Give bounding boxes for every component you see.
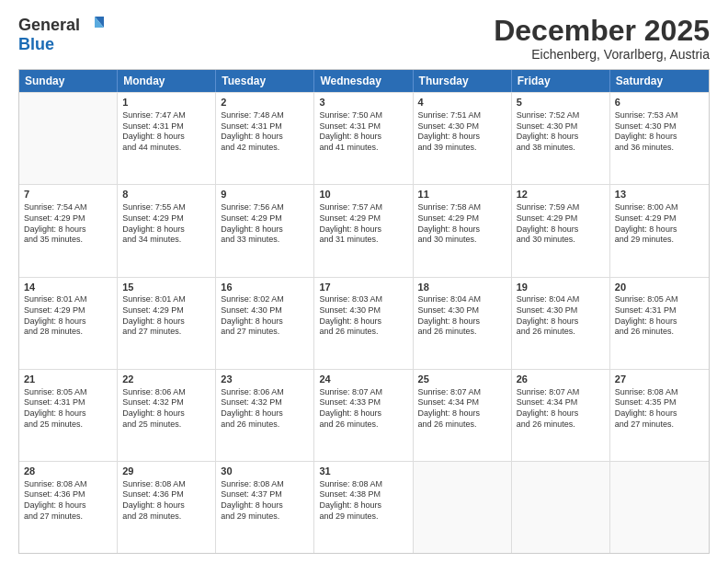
calendar-cell — [414, 462, 512, 553]
cell-info-line: Sunset: 4:30 PM — [418, 305, 506, 316]
day-number: 15 — [122, 281, 210, 294]
cell-info-line: Sunrise: 8:08 AM — [122, 479, 210, 490]
calendar-cell: 2Sunrise: 7:48 AMSunset: 4:31 PMDaylight… — [216, 93, 314, 184]
day-number: 30 — [221, 465, 309, 478]
calendar-cell: 5Sunrise: 7:52 AMSunset: 4:30 PMDaylight… — [512, 93, 610, 184]
cell-info-line: Sunset: 4:34 PM — [418, 397, 506, 408]
calendar-cell: 23Sunrise: 8:06 AMSunset: 4:32 PMDayligh… — [216, 370, 314, 461]
day-number: 5 — [517, 96, 605, 109]
cell-info-line: Sunrise: 8:04 AM — [418, 294, 506, 305]
calendar-cell: 16Sunrise: 8:02 AMSunset: 4:30 PMDayligh… — [216, 278, 314, 369]
calendar-cell: 6Sunrise: 7:53 AMSunset: 4:30 PMDaylight… — [610, 93, 709, 184]
calendar-week-row: 28Sunrise: 8:08 AMSunset: 4:36 PMDayligh… — [19, 461, 709, 553]
cell-info-line: Daylight: 8 hours — [319, 316, 407, 327]
cell-info-line: Daylight: 8 hours — [221, 408, 309, 419]
calendar-cell — [512, 462, 610, 553]
calendar-cell: 15Sunrise: 8:01 AMSunset: 4:29 PMDayligh… — [118, 278, 216, 369]
cell-info-line: Sunset: 4:32 PM — [122, 397, 210, 408]
day-number: 16 — [221, 281, 309, 294]
day-number: 29 — [122, 465, 210, 478]
day-number: 20 — [615, 281, 704, 294]
cell-info-line: Daylight: 8 hours — [122, 224, 210, 236]
calendar-cell: 30Sunrise: 8:08 AMSunset: 4:37 PMDayligh… — [216, 462, 314, 553]
cell-info-line: Sunrise: 8:07 AM — [319, 387, 407, 398]
cell-info-line: Daylight: 8 hours — [615, 408, 704, 419]
calendar-cell: 26Sunrise: 8:07 AMSunset: 4:34 PMDayligh… — [512, 370, 610, 461]
calendar-header-cell: Saturday — [610, 70, 709, 92]
cell-info-line: Sunset: 4:30 PM — [319, 305, 407, 316]
cell-info-line: Sunset: 4:32 PM — [221, 397, 309, 408]
calendar-cell: 12Sunrise: 7:59 AMSunset: 4:29 PMDayligh… — [512, 185, 610, 276]
calendar-header-cell: Tuesday — [216, 70, 314, 92]
day-number: 27 — [615, 373, 704, 386]
cell-info-line: and 26 minutes. — [319, 327, 407, 338]
cell-info-line: Sunset: 4:31 PM — [24, 397, 112, 408]
cell-info-line: Sunrise: 8:08 AM — [221, 479, 309, 490]
cell-info-line: and 26 minutes. — [418, 327, 506, 338]
cell-info-line: Sunrise: 8:01 AM — [122, 294, 210, 305]
cell-info-line: Daylight: 8 hours — [24, 316, 112, 327]
cell-info-line: Sunset: 4:30 PM — [517, 305, 605, 316]
cell-info-line: Daylight: 8 hours — [517, 316, 605, 327]
cell-info-line: Sunrise: 8:00 AM — [615, 202, 704, 213]
day-number: 23 — [221, 373, 309, 386]
cell-info-line: Sunrise: 7:53 AM — [615, 110, 704, 121]
cell-info-line: and 44 minutes. — [122, 143, 210, 154]
title-block: December 2025 Eichenberg, Vorarlberg, Au… — [494, 15, 710, 62]
cell-info-line: Daylight: 8 hours — [122, 408, 210, 419]
calendar-cell: 10Sunrise: 7:57 AMSunset: 4:29 PMDayligh… — [314, 185, 413, 276]
cell-info-line: Daylight: 8 hours — [221, 500, 309, 511]
cell-info-line: and 28 minutes. — [24, 327, 112, 338]
calendar-week-row: 1Sunrise: 7:47 AMSunset: 4:31 PMDaylight… — [19, 92, 709, 184]
calendar-cell: 18Sunrise: 8:04 AMSunset: 4:30 PMDayligh… — [414, 278, 512, 369]
calendar-cell: 3Sunrise: 7:50 AMSunset: 4:31 PMDaylight… — [314, 93, 413, 184]
cell-info-line: Daylight: 8 hours — [24, 500, 112, 511]
cell-info-line: Sunrise: 7:58 AM — [418, 202, 506, 213]
cell-info-line: Sunset: 4:31 PM — [122, 121, 210, 132]
cell-info-line: Daylight: 8 hours — [122, 500, 210, 511]
cell-info-line: and 27 minutes. — [24, 511, 112, 523]
cell-info-line: Daylight: 8 hours — [615, 132, 704, 143]
calendar-cell: 21Sunrise: 8:05 AMSunset: 4:31 PMDayligh… — [19, 370, 118, 461]
cell-info-line: Daylight: 8 hours — [221, 132, 309, 143]
month-title: December 2025 — [494, 15, 710, 47]
cell-info-line: Sunset: 4:35 PM — [615, 397, 704, 408]
day-number: 18 — [418, 281, 506, 294]
calendar-cell: 29Sunrise: 8:08 AMSunset: 4:36 PMDayligh… — [118, 462, 216, 553]
cell-info-line: and 26 minutes. — [418, 419, 506, 431]
logo-general-text: General — [18, 16, 80, 35]
cell-info-line: Sunrise: 8:02 AM — [221, 294, 309, 305]
day-number: 24 — [319, 373, 407, 386]
day-number: 21 — [24, 373, 112, 386]
cell-info-line: and 35 minutes. — [24, 235, 112, 246]
cell-info-line: and 27 minutes. — [221, 327, 309, 338]
cell-info-line: Sunset: 4:36 PM — [24, 489, 112, 500]
calendar-cell: 19Sunrise: 8:04 AMSunset: 4:30 PMDayligh… — [512, 278, 610, 369]
cell-info-line: Sunset: 4:31 PM — [221, 121, 309, 132]
cell-info-line: Sunset: 4:29 PM — [615, 213, 704, 224]
day-number: 8 — [122, 188, 210, 201]
calendar-cell: 22Sunrise: 8:06 AMSunset: 4:32 PMDayligh… — [118, 370, 216, 461]
cell-info-line: Daylight: 8 hours — [319, 224, 407, 236]
cell-info-line: Sunrise: 8:08 AM — [615, 387, 704, 398]
cell-info-line: Sunset: 4:29 PM — [319, 213, 407, 224]
day-number: 13 — [615, 188, 704, 201]
cell-info-line: Daylight: 8 hours — [615, 224, 704, 236]
cell-info-line: Sunrise: 7:50 AM — [319, 110, 407, 121]
day-number: 28 — [24, 465, 112, 478]
cell-info-line: and 41 minutes. — [319, 143, 407, 154]
cell-info-line: Sunrise: 8:07 AM — [517, 387, 605, 398]
cell-info-line: Sunrise: 8:03 AM — [319, 294, 407, 305]
cell-info-line: Sunset: 4:29 PM — [221, 213, 309, 224]
day-number: 4 — [418, 96, 506, 109]
cell-info-line: Sunrise: 7:52 AM — [517, 110, 605, 121]
cell-info-line: and 27 minutes. — [122, 327, 210, 338]
calendar-cell: 4Sunrise: 7:51 AMSunset: 4:30 PMDaylight… — [414, 93, 512, 184]
cell-info-line: and 39 minutes. — [418, 143, 506, 154]
cell-info-line: Daylight: 8 hours — [24, 408, 112, 419]
day-number: 11 — [418, 188, 506, 201]
cell-info-line: and 29 minutes. — [319, 511, 407, 523]
calendar-cell: 13Sunrise: 8:00 AMSunset: 4:29 PMDayligh… — [610, 185, 709, 276]
cell-info-line: Sunrise: 7:51 AM — [418, 110, 506, 121]
header: General Blue December 2025 Eichenberg, V… — [18, 15, 710, 62]
